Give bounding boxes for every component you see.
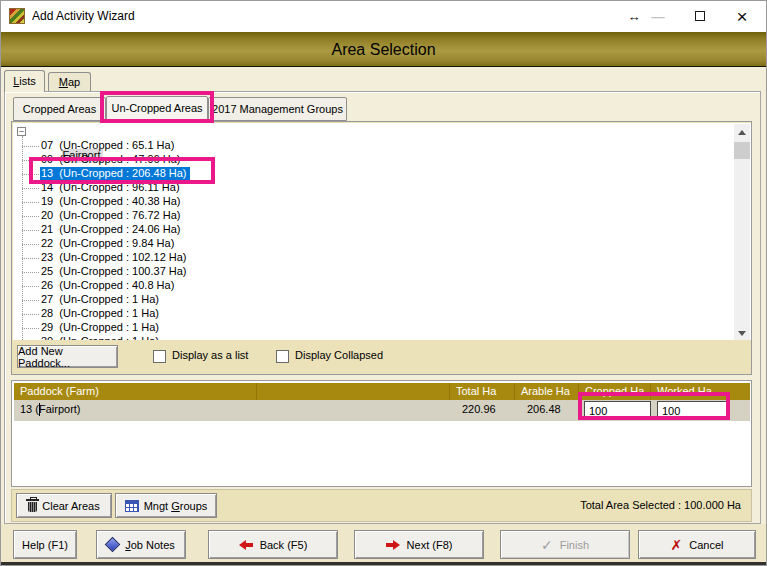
tree-item[interactable]: 20 (Un-Cropped : 76.72 Ha) [13,209,751,223]
subtab-uncropped-areas[interactable]: Un-Cropped Areas [106,96,208,121]
scrollbar-thumb[interactable] [734,142,750,159]
cancel-button[interactable]: ✗ Cancel [638,530,756,559]
tree-item-label: 14 (Un-Cropped : 96.11 Ha) [40,181,183,195]
table-header-row: Paddock (Farm) Total Ha Arable Ha Croppe… [14,383,750,400]
title-bar: Add Activity Wizard ↔ — × [1,1,766,32]
selected-areas-table: Paddock (Farm) Total Ha Arable Ha Croppe… [11,380,752,487]
next-arrow-icon [386,540,400,550]
tree-item-label: 27 (Un-Cropped : 1 Ha) [40,293,162,307]
tree-item[interactable]: 21 (Un-Cropped : 24.06 Ha) [13,223,751,237]
tree-item-label: 23 (Un-Cropped : 102.12 Ha) [40,251,190,265]
tree-item[interactable]: 14 (Un-Cropped : 96.11 Ha) [13,181,751,195]
tree-item[interactable]: 09 (Un-Cropped : 47.96 Ha) [13,153,751,167]
check-icon: ✓ [541,537,553,553]
tree-footer: Add New Paddock... Display as a list Dis… [13,340,751,374]
window-title: Add Activity Wizard [32,1,135,32]
back-arrow-icon [239,540,253,550]
tree-item[interactable]: 13 (Un-Cropped : 206.48 Ha) [13,167,751,181]
cell-arable-ha: 206.48 [527,403,561,415]
help-button[interactable]: Help (F1) [13,530,77,559]
window-bottom-edge [1,562,767,566]
page-title: Area Selection [331,41,435,58]
subtab-2017-management-groups[interactable]: 2017 Management Groups [208,97,347,121]
col-paddock-farm: Paddock (Farm) [14,383,257,400]
col-blank [257,383,450,400]
col-total-ha: Total Ha [450,383,515,400]
tree-root-row[interactable]: – Fairport [13,125,751,139]
scroll-down-icon[interactable] [734,325,750,340]
cancel-x-icon: ✗ [671,537,683,553]
text-caret [39,403,40,416]
collapse-icon[interactable]: – [17,127,26,136]
display-collapsed-checkbox[interactable] [276,350,289,363]
add-activity-wizard-window: Add Activity Wizard ↔ — × Area Selection… [0,0,767,566]
cropped-ha-input[interactable] [584,401,651,420]
col-arable-ha: Arable Ha [515,383,579,400]
job-notes-button[interactable]: Job Notes [96,530,186,559]
tree-item-label: 26 (Un-Cropped : 40.8 Ha) [40,279,177,293]
banner: Area Selection [1,32,766,67]
display-as-list-label: Display as a list [172,349,248,361]
paddock-tree-group: – Fairport 07 (Un-Cropped : 65.1 Ha)09 (… [11,121,752,375]
tree-scrollbar[interactable] [734,124,750,340]
area-footer-panel: Clear Areas Mngt Groups Total Area Selec… [11,489,752,522]
tree-item[interactable]: 19 (Un-Cropped : 40.38 Ha) [13,195,751,209]
tree-item[interactable]: 27 (Un-Cropped : 1 Ha) [13,293,751,307]
tree-item-label: 20 (Un-Cropped : 76.72 Ha) [40,209,183,223]
tree-item-label: 25 (Un-Cropped : 100.37 Ha) [40,265,190,279]
next-button[interactable]: Next (F8) [354,530,484,559]
tree-item-label: 19 (Un-Cropped : 40.38 Ha) [40,195,183,209]
tree-item[interactable]: 28 (Un-Cropped : 1 Ha) [13,307,751,321]
cell-paddock: 13 (Fairport) [20,403,81,415]
tree-item[interactable]: 23 (Un-Cropped : 102.12 Ha) [13,251,751,265]
tree-item[interactable]: 25 (Un-Cropped : 100.37 Ha) [13,265,751,279]
tab-map[interactable]: Map [48,72,91,92]
tree-item[interactable]: 07 (Un-Cropped : 65.1 Ha) [13,139,751,153]
tree-item[interactable]: 29 (Un-Cropped : 1 Ha) [13,321,751,335]
mngt-groups-button[interactable]: Mngt Groups [115,493,217,518]
minimize-icon[interactable]: — [645,1,671,32]
display-as-list-checkbox[interactable] [153,350,166,363]
finish-button: ✓ Finish [500,530,630,559]
add-new-paddock-button[interactable]: Add New Paddock... [17,345,118,368]
tree-item-label: 13 (Un-Cropped : 206.48 Ha) [40,167,190,181]
resize-icon[interactable]: ↔ [621,1,647,32]
display-collapsed-label: Display Collapsed [295,349,383,361]
maximize-icon[interactable] [687,1,713,32]
scroll-up-icon[interactable] [734,124,750,140]
total-area-selected-label: Total Area Selected : 100.000 Ha [580,499,741,511]
trash-icon [28,502,37,512]
back-button[interactable]: Back (F5) [208,530,338,559]
tree-list[interactable]: – Fairport 07 (Un-Cropped : 65.1 Ha)09 (… [13,123,751,340]
subtab-cropped-areas[interactable]: Cropped Areas [13,97,106,121]
tree-item-label: 09 (Un-Cropped : 47.96 Ha) [40,153,183,167]
grid-icon [125,500,139,512]
tree-item[interactable]: 22 (Un-Cropped : 9.84 Ha) [13,237,751,251]
tree-item-label: 28 (Un-Cropped : 1 Ha) [40,307,162,321]
tree-item-label: 29 (Un-Cropped : 1 Ha) [40,321,162,335]
tree-item-label: 07 (Un-Cropped : 65.1 Ha) [40,139,177,153]
worked-ha-input[interactable] [657,401,729,420]
tree-item-label: 21 (Un-Cropped : 24.06 Ha) [40,223,183,237]
col-worked-ha: Worked Ha [651,383,750,400]
cell-total-ha: 220.96 [462,403,496,415]
tree-item[interactable]: 26 (Un-Cropped : 40.8 Ha) [13,279,751,293]
tree-item-label: 22 (Un-Cropped : 9.84 Ha) [40,237,177,251]
wizard-button-bar: Help (F1) Job Notes Back (F5) Next (F8) … [1,524,767,562]
table-row[interactable]: 13 (Fairport) 220.96 206.48 [14,400,750,421]
close-icon[interactable]: × [729,1,755,32]
col-cropped-ha: Cropped Ha [579,383,651,400]
app-icon [9,8,25,24]
diamond-icon [105,537,121,553]
tab-lists[interactable]: Lists [4,70,45,92]
clear-areas-button[interactable]: Clear Areas [16,493,112,518]
